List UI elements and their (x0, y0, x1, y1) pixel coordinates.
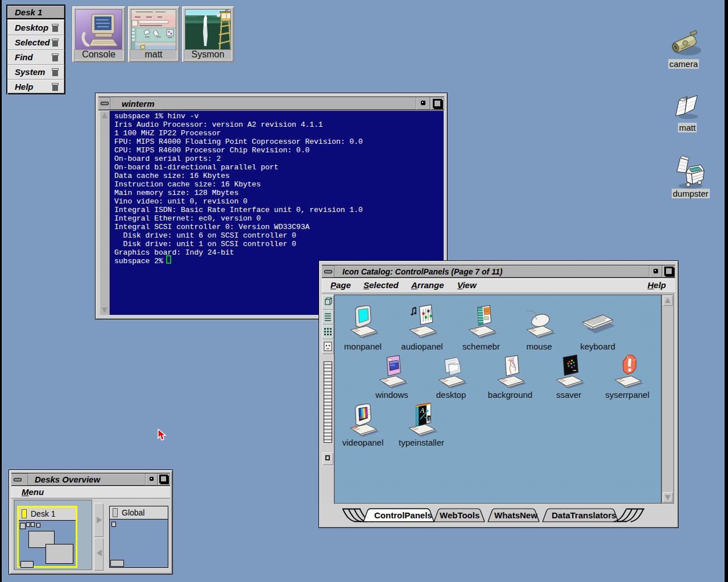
svg-text:DataTranslators: DataTranslators (552, 510, 616, 520)
svg-text:1: 1 (428, 416, 431, 422)
svg-text:WhatsNew: WhatsNew (494, 510, 537, 520)
svg-text:WebTools: WebTools (440, 510, 479, 520)
svg-text:ControlPanels: ControlPanels (374, 510, 432, 520)
svg-text:A: A (420, 406, 425, 414)
